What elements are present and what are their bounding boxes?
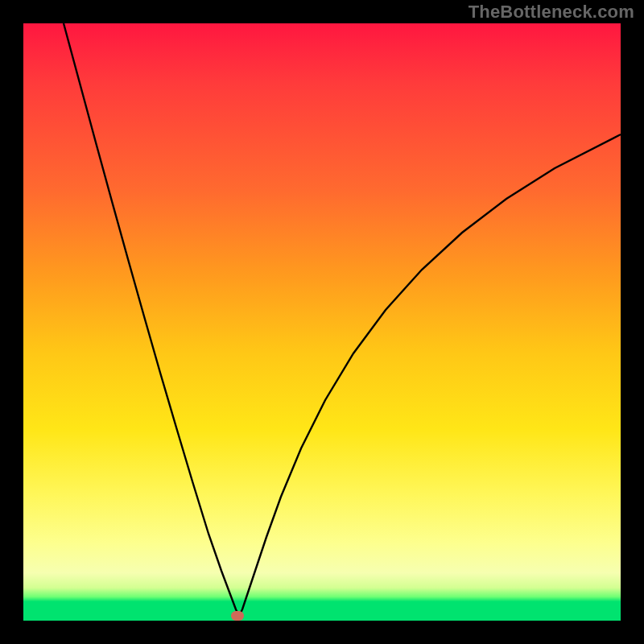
bottleneck-curve [23, 23, 621, 621]
dip-marker [231, 611, 244, 621]
plot-area [23, 23, 621, 621]
watermark-text: TheBottleneck.com [469, 2, 634, 23]
curve-path [64, 23, 621, 616]
chart-frame: TheBottleneck.com [0, 0, 644, 644]
